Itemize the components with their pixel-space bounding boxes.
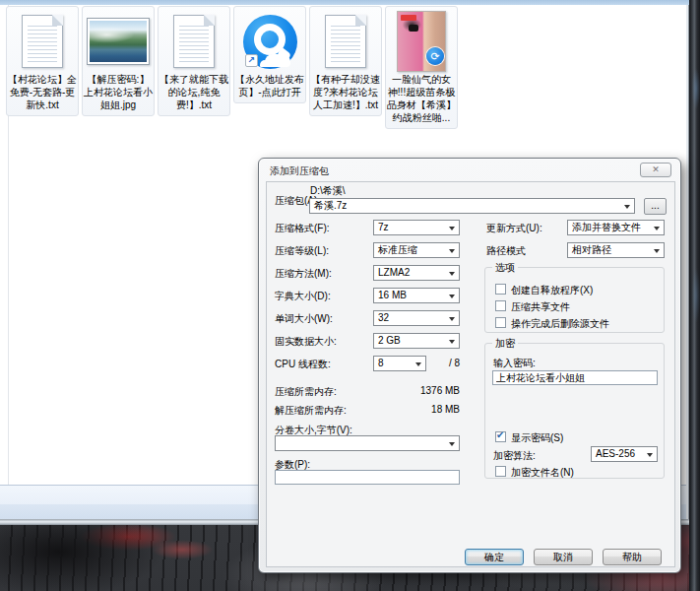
- photo-thumbnail: [87, 18, 150, 65]
- chevron-down-icon: [449, 249, 455, 253]
- cancel-button[interactable]: 取消: [534, 549, 593, 565]
- path-mode-combobox[interactable]: 相对路径: [567, 242, 665, 258]
- encrypt-names-checkbox[interactable]: [495, 466, 506, 477]
- archive-name-combobox[interactable]: 希溪.7z: [309, 198, 635, 214]
- word-size-label: 单词大小(W):: [275, 312, 333, 326]
- page-fold-icon: [52, 15, 63, 26]
- chevron-down-icon: [449, 340, 455, 344]
- show-password-checkbox[interactable]: ✔: [495, 431, 506, 442]
- browse-button[interactable]: ...: [644, 198, 667, 215]
- format-combobox[interactable]: 7z: [373, 220, 460, 235]
- chevron-down-icon: [624, 205, 630, 209]
- file-name: 【永久地址发布页】-点此打开: [235, 73, 304, 98]
- text-file-lines: [28, 23, 57, 62]
- memory-compress-label: 压缩所需内存:: [275, 385, 337, 399]
- format-label: 压缩格式(F):: [275, 222, 330, 235]
- archive-directory: D:\希溪\: [310, 184, 346, 198]
- face-mask-shape: [409, 25, 418, 32]
- page-fold-icon: [355, 15, 366, 26]
- encryption-method-label: 加密算法:: [493, 449, 536, 463]
- parameters-input[interactable]: [275, 470, 460, 485]
- update-mode-value: 添加并替换文件: [572, 221, 641, 234]
- shared-files-label: 压缩共享文件: [511, 300, 570, 314]
- shortcut-arrow-icon: ↗: [245, 54, 258, 67]
- encryption-group-title: 加密: [492, 338, 518, 349]
- file-tile[interactable]: ↗ 【永久地址发布页】-点此打开: [233, 6, 306, 103]
- options-group: 选项 创建自释放程序(X) 压缩共享文件 操作完成后删除源文件: [484, 267, 665, 333]
- chevron-down-icon: [449, 442, 455, 446]
- solid-size-combobox[interactable]: 2 GB: [373, 333, 460, 349]
- file-tile[interactable]: 【村花论坛】全免费-无套路-更新快.txt: [6, 6, 79, 116]
- checkmark-icon: ✔: [496, 429, 504, 440]
- create-sfx-label: 创建自释放程序(X): [511, 284, 593, 297]
- cpu-threads-combobox[interactable]: 8: [373, 356, 426, 371]
- add-to-archive-dialog: 添加到压缩包 ✕ 压缩包(A) D:\希溪\ 希溪.7z ... 压缩格式(F)…: [258, 158, 681, 573]
- cpu-threads-value: 8: [378, 357, 384, 370]
- explorer-toolbar-edge: [0, 0, 689, 5]
- options-group-title: 选项: [492, 262, 518, 273]
- delete-after-label: 操作完成后删除源文件: [511, 317, 609, 331]
- memory-compress-value: 1376 MB: [373, 385, 460, 396]
- chevron-down-icon: [449, 317, 455, 321]
- path-mode-value: 相对路径: [572, 243, 611, 257]
- password-input[interactable]: [492, 370, 658, 385]
- close-button[interactable]: ✕: [640, 163, 671, 177]
- word-size-value: 32: [378, 311, 389, 325]
- file-tile[interactable]: 【有种子却没速度?来村花论坛人工加速!】.txt: [309, 6, 382, 116]
- memory-decompress-label: 解压缩所需内存:: [275, 404, 347, 418]
- chevron-down-icon: [654, 249, 660, 253]
- file-tile[interactable]: ⟳ 一脸仙气的女神!!!超级苗条极品身材【希溪】约战粉丝啪...: [385, 6, 458, 129]
- text-file-icon: [325, 15, 366, 68]
- show-password-label: 显示密码(S): [511, 431, 563, 445]
- chevron-down-icon: [449, 295, 455, 298]
- volume-size-combobox[interactable]: [275, 435, 460, 451]
- chevron-down-icon: [647, 453, 653, 457]
- page-fold-icon: [204, 15, 215, 26]
- word-size-combobox[interactable]: 32: [373, 310, 460, 326]
- level-value: 标准压缩: [378, 243, 417, 257]
- text-file-lines: [331, 23, 360, 62]
- path-mode-label: 路径模式: [486, 244, 526, 258]
- landscape-image: [90, 21, 147, 62]
- method-combobox[interactable]: LZMA2: [373, 265, 460, 281]
- chevron-down-icon: [449, 227, 455, 230]
- wallpaper-right-strip: [689, 0, 700, 591]
- cpu-threads-max: / 8: [426, 358, 460, 368]
- encryption-method-value: AES-256: [596, 447, 635, 461]
- text-file-lines: [179, 23, 209, 62]
- level-combobox[interactable]: 标准压缩: [373, 242, 460, 258]
- level-label: 压缩等级(L):: [275, 244, 329, 258]
- method-label: 压缩方法(M):: [275, 267, 332, 281]
- dialog-title: 添加到压缩包: [270, 164, 329, 178]
- video-thumbnail: ⟳: [397, 11, 446, 72]
- ok-button[interactable]: 确定: [465, 549, 524, 565]
- cpu-threads-label: CPU 线程数:: [275, 358, 331, 371]
- browser-logo-cloud: [265, 54, 290, 67]
- password-label: 输入密码:: [493, 357, 536, 370]
- chevron-down-icon: [654, 227, 660, 230]
- solid-size-value: 2 GB: [378, 334, 401, 348]
- file-tile[interactable]: 【解压密码:】上村花论坛看小姐姐.jpg: [82, 6, 155, 116]
- chevron-down-icon: [415, 362, 421, 366]
- dictionary-label: 字典大小(D):: [275, 290, 331, 303]
- archive-name-value: 希溪.7z: [314, 199, 347, 213]
- file-name: 【村花论坛】全免费-无套路-更新快.txt: [8, 73, 77, 111]
- help-button[interactable]: 帮助: [603, 549, 662, 565]
- file-tile[interactable]: 【来了就能下载的论坛,纯免费!】.txt: [158, 6, 230, 116]
- create-sfx-checkbox[interactable]: [495, 284, 506, 295]
- file-name: 一脸仙气的女神!!!超级苗条极品身材【希溪】约战粉丝啪...: [387, 73, 456, 124]
- qq-browser-icon: ↗: [243, 15, 297, 69]
- text-file-icon: [173, 15, 215, 68]
- delete-after-checkbox[interactable]: [495, 317, 506, 328]
- dictionary-combobox[interactable]: 16 MB: [373, 288, 460, 303]
- format-value: 7z: [378, 221, 389, 234]
- player-badge-icon: ⟳: [426, 47, 444, 65]
- encryption-method-combobox[interactable]: AES-256: [591, 446, 658, 462]
- close-icon: ✕: [652, 164, 660, 174]
- solid-size-label: 固实数据大小:: [275, 335, 337, 349]
- update-mode-combobox[interactable]: 添加并替换文件: [567, 220, 665, 235]
- method-value: LZMA2: [378, 266, 410, 280]
- dictionary-value: 16 MB: [378, 289, 407, 302]
- shared-files-checkbox[interactable]: [495, 300, 506, 311]
- live-badge: [401, 15, 416, 21]
